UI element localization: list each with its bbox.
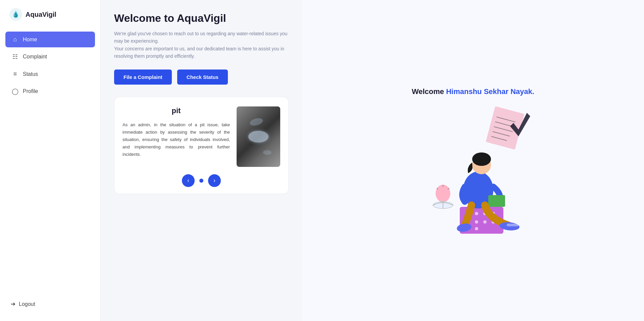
puddle-shape xyxy=(248,131,268,142)
carousel-dot-active xyxy=(199,179,203,183)
carousel-description: As an admin, in the situation of a pit i… xyxy=(122,121,230,158)
sidebar-item-complaint[interactable]: ☷ Complaint xyxy=(5,49,95,65)
action-buttons: File a Complaint Check Status xyxy=(114,70,289,85)
welcome-prefix: Welcome xyxy=(412,87,446,96)
carousel-prev-button[interactable]: ‹ xyxy=(182,174,195,187)
center-panel: Welcome to AquaVigil We're glad you've c… xyxy=(101,0,302,321)
app-title: AquaVigil xyxy=(26,11,56,18)
desc-line2: Your concerns are important to us, and o… xyxy=(114,45,289,60)
sidebar: AquaVigil ⌂ Home ☷ Complaint ≡ Status ◯ … xyxy=(0,0,101,321)
logo-area: AquaVigil xyxy=(0,8,100,32)
carousel-text: pit As an admin, in the situation of a p… xyxy=(122,106,230,158)
sidebar-nav: ⌂ Home ☷ Complaint ≡ Status ◯ Profile xyxy=(0,32,100,295)
carousel-card: pit As an admin, in the situation of a p… xyxy=(114,97,289,194)
pit-illustration xyxy=(237,106,280,167)
carousel-controls: ‹ › xyxy=(122,174,280,187)
aquavigil-logo-icon xyxy=(9,8,22,21)
sidebar-item-status-label: Status xyxy=(23,71,38,77)
sidebar-item-status[interactable]: ≡ Status xyxy=(5,66,95,82)
logout-icon: ➔ xyxy=(11,301,15,308)
desc-line1: We're glad you've chosen to reach out to… xyxy=(114,30,289,45)
welcome-greeting: Welcome Himanshu Sekhar Nayak. xyxy=(412,87,534,96)
page-description: We're glad you've chosen to reach out to… xyxy=(114,30,289,60)
carousel-next-button[interactable]: › xyxy=(208,174,221,187)
sidebar-item-home[interactable]: ⌂ Home xyxy=(5,32,95,47)
carousel-content: pit As an admin, in the situation of a p… xyxy=(122,106,280,167)
sidebar-item-profile[interactable]: ◯ Profile xyxy=(5,83,95,99)
svg-point-9 xyxy=(436,185,450,202)
logout-label: Logout xyxy=(19,301,35,307)
file-complaint-button[interactable]: File a Complaint xyxy=(114,70,172,85)
status-icon: ≡ xyxy=(11,71,19,78)
svg-point-18 xyxy=(475,212,478,215)
welcome-username: Himanshu Sekhar Nayak. xyxy=(446,87,534,96)
illustration-svg xyxy=(416,106,530,234)
svg-rect-30 xyxy=(488,195,505,207)
sidebar-item-home-label: Home xyxy=(23,37,37,43)
main-content: Welcome to AquaVigil We're glad you've c… xyxy=(101,0,644,321)
right-panel: Welcome Himanshu Sekhar Nayak. xyxy=(302,0,644,321)
logout-button[interactable]: ➔ Logout xyxy=(11,301,90,308)
home-icon: ⌂ xyxy=(11,36,19,43)
profile-icon: ◯ xyxy=(11,88,19,95)
svg-point-23 xyxy=(483,220,487,224)
check-status-button[interactable]: Check Status xyxy=(177,70,228,85)
logout-area: ➔ Logout xyxy=(0,295,100,313)
sidebar-item-profile-label: Profile xyxy=(23,88,38,94)
welcome-illustration xyxy=(416,106,530,234)
carousel-image xyxy=(237,106,280,167)
carousel-title: pit xyxy=(122,106,230,115)
svg-point-26 xyxy=(475,227,478,230)
complaint-icon: ☷ xyxy=(11,53,19,60)
svg-point-29 xyxy=(472,152,491,166)
sidebar-item-complaint-label: Complaint xyxy=(23,54,47,60)
svg-point-22 xyxy=(475,220,478,224)
page-title: Welcome to AquaVigil xyxy=(114,12,289,25)
svg-rect-33 xyxy=(507,224,518,226)
svg-rect-2 xyxy=(486,106,524,150)
